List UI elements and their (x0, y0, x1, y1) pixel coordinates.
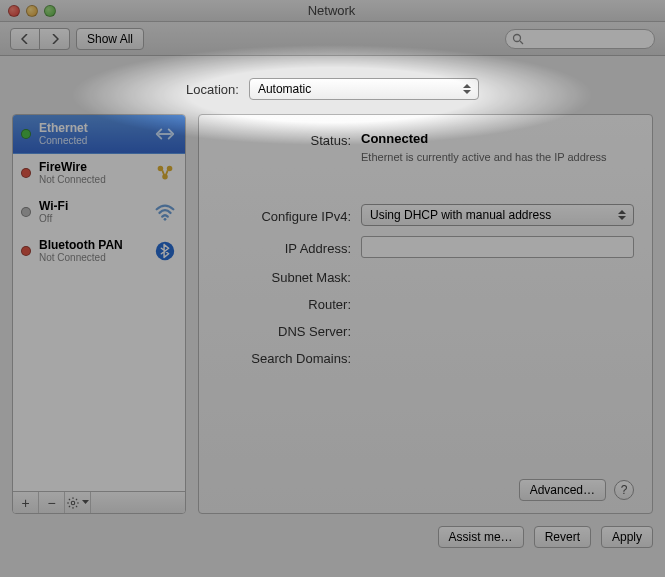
status-dot-icon (21, 168, 31, 178)
close-icon[interactable] (8, 5, 20, 17)
status-label: Status: (211, 131, 361, 148)
service-name: FireWire (39, 160, 145, 174)
subnet-mask-label: Subnet Mask: (211, 268, 361, 285)
back-button[interactable] (10, 28, 40, 50)
ip-address-label: IP Address: (211, 239, 361, 256)
sidebar-item-wi-fi[interactable]: Wi-FiOff (13, 193, 185, 232)
chevron-right-icon (51, 34, 59, 44)
search-icon (512, 33, 524, 45)
assist-button[interactable]: Assist me… (438, 526, 524, 548)
service-status: Not Connected (39, 252, 145, 264)
updown-icon (459, 81, 475, 97)
svg-line-1 (520, 41, 523, 44)
window-title: Network (56, 3, 607, 18)
apply-button[interactable]: Apply (601, 526, 653, 548)
service-text: FireWireNot Connected (39, 160, 145, 186)
firewire-icon (153, 161, 177, 185)
revert-button[interactable]: Revert (534, 526, 591, 548)
bottom-buttons: Assist me… Revert Apply (12, 514, 653, 548)
show-all-button[interactable]: Show All (76, 28, 144, 50)
location-label: Location: (186, 82, 239, 97)
status-dot-icon (21, 207, 31, 217)
sidebar-footer: + − (13, 491, 185, 513)
chevron-down-icon (82, 500, 89, 505)
toolbar: Show All (0, 22, 665, 56)
traffic-lights (8, 5, 56, 17)
service-name: Wi-Fi (39, 199, 145, 213)
configure-ipv4-value: Using DHCP with manual address (370, 208, 551, 222)
chevron-left-icon (21, 34, 29, 44)
ethernet-icon (153, 122, 177, 146)
forward-button[interactable] (40, 28, 70, 50)
bluetooth-icon (153, 239, 177, 263)
router-label: Router: (211, 295, 361, 312)
service-name: Bluetooth PAN (39, 238, 145, 252)
detail-panel: Status: Connected Ethernet is currently … (198, 114, 653, 514)
service-text: Wi-FiOff (39, 199, 145, 225)
location-value: Automatic (258, 82, 311, 96)
status-subtext: Ethernet is currently active and has the… (361, 150, 634, 164)
titlebar: Network (0, 0, 665, 22)
service-list: EthernetConnectedFireWireNot ConnectedWi… (13, 115, 185, 491)
status-dot-icon (21, 246, 31, 256)
sidebar-item-ethernet[interactable]: EthernetConnected (13, 115, 185, 154)
advanced-button[interactable]: Advanced… (519, 479, 606, 501)
search-input[interactable] (505, 29, 655, 49)
svg-point-7 (71, 501, 75, 505)
configure-ipv4-select[interactable]: Using DHCP with manual address (361, 204, 634, 226)
minimize-icon[interactable] (26, 5, 38, 17)
service-text: Bluetooth PANNot Connected (39, 238, 145, 264)
ip-address-input[interactable] (361, 236, 634, 258)
wifi-icon (153, 200, 177, 224)
dns-server-label: DNS Server: (211, 322, 361, 339)
gear-icon (66, 496, 80, 510)
updown-icon (614, 207, 630, 223)
sidebar: EthernetConnectedFireWireNot ConnectedWi… (12, 114, 186, 514)
add-button[interactable]: + (13, 492, 39, 513)
svg-point-5 (164, 218, 167, 221)
service-status: Not Connected (39, 174, 145, 186)
sidebar-item-firewire[interactable]: FireWireNot Connected (13, 154, 185, 193)
remove-button[interactable]: − (39, 492, 65, 513)
service-status: Connected (39, 135, 145, 147)
action-menu-button[interactable] (65, 492, 91, 513)
nav-segment (10, 28, 70, 50)
zoom-icon[interactable] (44, 5, 56, 17)
help-button[interactable]: ? (614, 480, 634, 500)
search-domains-label: Search Domains: (211, 349, 361, 366)
status-value: Connected Ethernet is currently active a… (361, 131, 634, 164)
location-select[interactable]: Automatic (249, 78, 479, 100)
service-status: Off (39, 213, 145, 225)
svg-point-0 (514, 34, 521, 41)
configure-ipv4-label: Configure IPv4: (211, 207, 361, 224)
location-row: Location: Automatic (12, 66, 653, 114)
sidebar-item-bluetooth-pan[interactable]: Bluetooth PANNot Connected (13, 232, 185, 271)
service-name: Ethernet (39, 121, 145, 135)
service-text: EthernetConnected (39, 121, 145, 147)
status-dot-icon (21, 129, 31, 139)
